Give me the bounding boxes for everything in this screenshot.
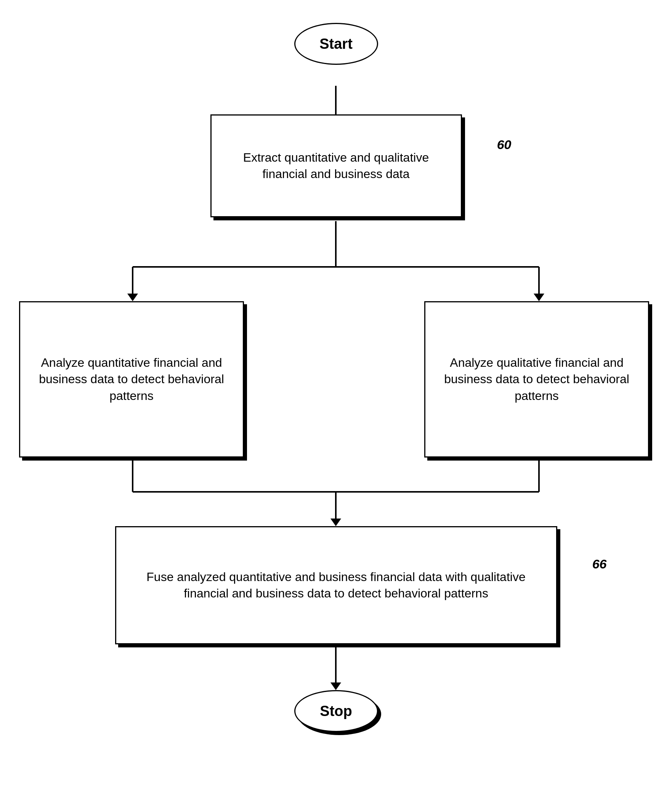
annotation-60: 60 (497, 137, 512, 152)
analyze-quant-text: Analyze quantitative financial and busin… (30, 355, 233, 404)
annotation-66: 66 (592, 557, 607, 572)
stop-oval: Stop (294, 690, 378, 732)
svg-marker-7 (534, 294, 544, 301)
start-label: Start (319, 36, 353, 52)
svg-marker-5 (127, 294, 138, 301)
analyze-quant-box: Analyze quantitative financial and busin… (19, 301, 244, 458)
stop-label: Stop (320, 703, 352, 719)
svg-marker-14 (330, 682, 341, 690)
analyze-qual-box: Analyze qualitative financial and busine… (424, 301, 649, 458)
extract-text: Extract quantitative and qualitative fin… (221, 149, 451, 182)
start-oval: Start (294, 23, 378, 65)
fuse-text: Fuse analyzed quantitative and business … (126, 569, 547, 602)
analyze-qual-text: Analyze qualitative financial and busine… (435, 355, 638, 404)
extract-box: Extract quantitative and qualitative fin… (210, 114, 462, 217)
diagram-container: Start Extract quantitative and qualitati… (0, 0, 672, 798)
fuse-box: Fuse analyzed quantitative and business … (115, 526, 557, 644)
svg-marker-12 (330, 519, 341, 526)
